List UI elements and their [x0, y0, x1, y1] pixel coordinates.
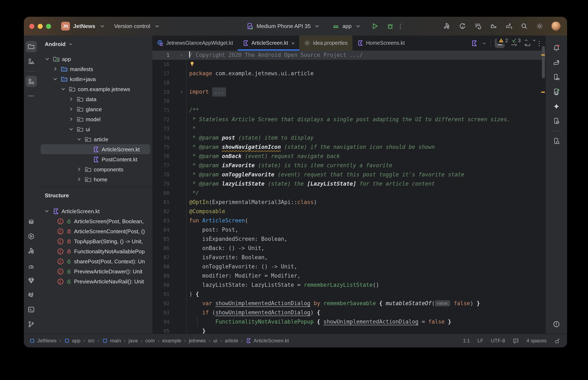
build-button[interactable] [442, 21, 452, 31]
code-line-91[interactable]: 91) { [152, 290, 546, 299]
code-line-94[interactable]: 94 FunctionalityNotAvailablePopup { show… [152, 317, 546, 326]
project-tree-row-ArticleScreen.kt[interactable]: ArticleScreen.kt [41, 144, 150, 154]
chevron-right-icon[interactable] [76, 176, 82, 183]
inspection-highlight-icon[interactable] [513, 338, 519, 344]
code-line-70[interactable]: 70 [152, 96, 546, 106]
code-area[interactable]: 1/ Copyright 2020 The Android Open Sourc… [152, 51, 546, 334]
gradle-sync-button[interactable] [504, 21, 513, 31]
chevron-down-icon[interactable] [154, 22, 161, 30]
structure-row[interactable]: fArticleScreen(Post, Boolean, [39, 216, 152, 226]
code-line-85[interactable]: 85 isExpandedScreen: Boolean, [152, 234, 546, 244]
tool-window-device-manager-button[interactable] [551, 72, 562, 83]
chevron-right-icon[interactable] [52, 66, 59, 72]
breadcrumb-item-app[interactable]: app [64, 338, 80, 344]
run-configuration[interactable]: app [343, 23, 352, 29]
code-line-82[interactable]: 82@Composable [152, 207, 546, 216]
code-line-76[interactable]: 76 * @param onBack (event) request navig… [152, 152, 546, 161]
code-line-73[interactable]: 73 * [152, 124, 546, 133]
project-tree-row[interactable] [39, 184, 152, 187]
tool-window-project-folder-button[interactable] [25, 41, 37, 52]
tool-window-spy-button[interactable] [25, 216, 37, 228]
chevron-down-icon[interactable] [68, 41, 73, 47]
unlocked-icon[interactable] [554, 338, 560, 344]
tab-JetnewsGlanceAppWidget.kt[interactable]: JetnewsGlanceAppWidget.kt [152, 36, 238, 51]
task-list-button[interactable] [472, 21, 483, 31]
code-line-1[interactable]: 1/ Copyright 2020 The Android Open Sourc… [152, 51, 546, 60]
tool-window-structure-button[interactable] [25, 76, 37, 87]
code-line-17[interactable]: 17package com.example.jetnews.ui.article [152, 69, 546, 78]
device-selector[interactable]: Medium Phone API 35 [257, 23, 311, 29]
breadcrumb-item-jetnews[interactable]: jetnews [189, 338, 206, 344]
tab-HomeScreens.kt[interactable]: HomeScreens.kt [352, 36, 409, 51]
code-line-18[interactable]: 18 [152, 78, 546, 87]
inspections-widget[interactable]: 2 3 [497, 37, 538, 44]
breadcrumb-item-article[interactable]: article [225, 338, 238, 344]
project-name[interactable]: JetNews [73, 23, 95, 29]
structure-row[interactable]: fTopAppBar(String, () -> Unit, [39, 236, 152, 246]
structure-row-ArticleScreen.kt[interactable]: ArticleScreen.kt [39, 206, 152, 216]
breadcrumb-item-example[interactable]: example [162, 338, 182, 344]
tool-window-device-explorer-button[interactable] [551, 135, 562, 147]
indent-setting[interactable]: 4 spaces [527, 338, 547, 344]
tool-window-terminal-button[interactable] [25, 304, 37, 315]
more-run-options-button[interactable]: ⋮ [397, 23, 404, 29]
project-view-selector[interactable]: Android [45, 41, 66, 47]
structure-row[interactable]: fPreviewArticleNavRail(): Unit [39, 276, 152, 286]
project-tree-row-components[interactable]: components [39, 164, 152, 174]
chevron-right-icon[interactable] [68, 106, 75, 113]
chevron-down-icon[interactable] [76, 136, 82, 143]
code-line-75[interactable]: 75 * @param showNavigationIcon (state) i… [152, 143, 546, 152]
project-tree-row-model[interactable]: model [39, 114, 152, 124]
tool-window-profiler-button[interactable] [25, 260, 37, 271]
project-tree-row-PostContent.kt[interactable]: PostContent.kt [39, 154, 152, 164]
settings-button[interactable] [534, 21, 545, 31]
structure-row[interactable]: fArticleScreenContent(Post, () [39, 226, 152, 236]
chevron-down-icon[interactable] [314, 22, 321, 30]
code-line-78[interactable]: 78 * @param onToggleFavorite (event) req… [152, 170, 546, 179]
avatar[interactable] [551, 21, 561, 31]
maximize-window-button[interactable] [46, 24, 51, 29]
breadcrumb-item-ui[interactable]: ui [213, 338, 217, 344]
code-line-77[interactable]: 77 * @param isFavorite (state) is this i… [152, 161, 546, 170]
code-line-74[interactable]: 74 * @param post (state) item to display [152, 133, 546, 143]
attach-debugger-button[interactable] [488, 21, 498, 31]
warning-stripe-mark[interactable] [541, 54, 545, 56]
tool-window-running-devices-button[interactable] [551, 86, 562, 97]
code-line-19[interactable]: 19import ... [152, 87, 546, 96]
chevron-right-icon[interactable] [68, 116, 75, 122]
run-button[interactable] [371, 22, 379, 30]
code-line-71[interactable]: 71/** [152, 106, 546, 115]
code-line-92[interactable]: 92 var showUnimplementedActionDialog by … [152, 299, 546, 308]
tool-window-problems-button[interactable] [551, 319, 562, 330]
structure-row[interactable]: fPreviewArticleDrawer(): Unit [39, 266, 152, 276]
code-line-86[interactable]: 86 onBack: () -> Unit, [152, 244, 546, 253]
tool-window-notifications-button[interactable] [551, 42, 562, 54]
warning-stripe-mark[interactable] [541, 92, 545, 93]
minimize-window-button[interactable] [38, 24, 43, 29]
debug-button[interactable] [386, 22, 394, 30]
project-tree-row-ui[interactable]: ui [39, 124, 152, 134]
code-line-79[interactable]: 79 * @param lazyListState (state) the [L… [152, 179, 546, 189]
caret-position[interactable]: 1:1 [463, 338, 470, 344]
project-tree-row-data[interactable]: data [39, 94, 152, 104]
chevron-down-icon[interactable] [354, 22, 362, 30]
code-line-83[interactable]: 83fun ArticleScreen( [152, 216, 546, 225]
tool-window-app-quality-insights-button[interactable] [25, 275, 37, 286]
code-line-16[interactable]: 16 [152, 60, 546, 69]
close-window-button[interactable] [29, 24, 34, 29]
fold-chevron-icon[interactable] [169, 51, 186, 60]
project-tree-row-manifests[interactable]: manifests [39, 64, 152, 74]
close-tab-icon[interactable]: × [291, 40, 295, 46]
structure-row[interactable]: fFunctionalityNotAvailablePop [39, 246, 152, 256]
code-line-88[interactable]: 88 onToggleFavorite: () -> Unit, [152, 262, 546, 271]
project-tree-row-glance[interactable]: glance [39, 104, 152, 114]
breadcrumb-item-src[interactable]: src [88, 338, 95, 344]
line-ending[interactable]: LF [478, 338, 483, 344]
breadcrumb-item-main[interactable]: main [102, 338, 121, 344]
project-tree-row-kotlin+java[interactable]: kotlin+java [39, 74, 152, 84]
code-line-81[interactable]: 81@OptIn(ExperimentalMaterial3Api::class… [152, 198, 546, 207]
breadcrumb-item-com[interactable]: com [145, 338, 155, 344]
project-tree-row-app[interactable]: app [39, 54, 152, 64]
fold-chevron-icon[interactable] [169, 87, 186, 96]
code-line-87[interactable]: 87 isFavorite: Boolean, [152, 253, 546, 262]
